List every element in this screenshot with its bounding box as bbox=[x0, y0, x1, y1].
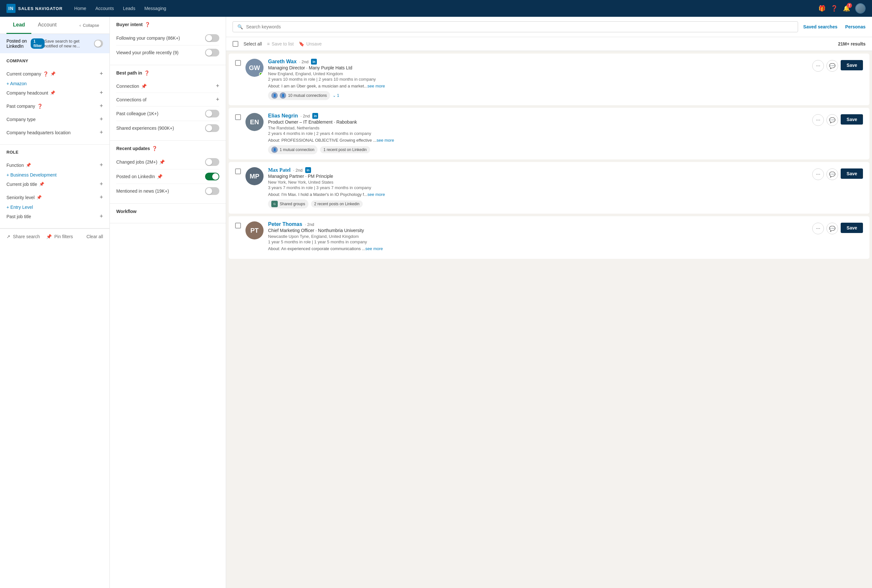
result-card: GW Gareth Wax · 2nd in Managing Director… bbox=[229, 54, 869, 105]
add-connections-of-icon[interactable]: + bbox=[216, 96, 219, 103]
tabs: Lead Account bbox=[6, 17, 63, 34]
save-button-3[interactable]: Save bbox=[841, 223, 863, 233]
add-icon: + bbox=[99, 70, 103, 77]
checkbox-box-3[interactable] bbox=[235, 223, 241, 228]
changed-jobs-toggle[interactable] bbox=[205, 158, 219, 166]
mutual-connection-tag-1[interactable]: 👤 1 mutual connection bbox=[268, 145, 317, 154]
clear-all-button[interactable]: Clear all bbox=[87, 234, 103, 239]
save-button-0[interactable]: Save bbox=[841, 60, 863, 70]
card-name-row-3: Peter Thomas · 2nd bbox=[268, 221, 808, 227]
checkbox-box-2[interactable] bbox=[235, 168, 241, 174]
card-checkbox-1[interactable] bbox=[235, 114, 241, 120]
see-more-0[interactable]: see more bbox=[368, 84, 385, 88]
gift-icon[interactable]: 🎁 bbox=[818, 5, 825, 12]
message-button-0[interactable]: 💬 bbox=[827, 60, 838, 72]
current-company-value[interactable]: + Amazon bbox=[6, 81, 103, 86]
message-button-1[interactable]: 💬 bbox=[827, 114, 838, 126]
seniority-filter[interactable]: Seniority level 📌 + bbox=[6, 191, 103, 204]
past-company-label: Past company ❓ bbox=[6, 104, 43, 109]
see-more-2[interactable]: see more bbox=[368, 192, 385, 197]
card-tags-2: G Shared groups 2 recent posts on Linked… bbox=[268, 200, 808, 208]
card-name-0[interactable]: Gareth Wax bbox=[268, 59, 296, 64]
more-options-button-3[interactable]: ··· bbox=[812, 223, 824, 234]
connection-filter: Connection 📌 + bbox=[116, 80, 219, 93]
linkedin-badge-1: in bbox=[312, 113, 318, 119]
result-card-3: PT Peter Thomas · 2nd Chief Marketing Of… bbox=[229, 216, 869, 259]
message-button-2[interactable]: 💬 bbox=[827, 168, 838, 180]
more-options-button-0[interactable]: ··· bbox=[812, 60, 824, 72]
header-links: Saved searches Personas bbox=[803, 24, 866, 29]
shared-groups-tag-2[interactable]: G Shared groups bbox=[268, 200, 308, 208]
posted-linkedin-label: Posted on LinkedIn 📌 bbox=[116, 174, 162, 179]
function-filter[interactable]: Function 📌 + bbox=[6, 159, 103, 172]
past-job-filter[interactable]: Past job title + bbox=[6, 210, 103, 223]
card-name-3[interactable]: Peter Thomas bbox=[268, 221, 302, 227]
save-button-1[interactable]: Save bbox=[841, 114, 863, 124]
changed-jobs-pin-icon: 📌 bbox=[159, 159, 165, 165]
buyer-intent-toggle-1[interactable] bbox=[205, 49, 219, 57]
mutual-connection-label-1: 1 mutual connection bbox=[280, 147, 314, 152]
card-name-2[interactable]: Max Patel bbox=[268, 167, 291, 173]
recent-posts-tag-2[interactable]: 2 recent posts on Linkedin bbox=[311, 200, 363, 207]
save-button-2[interactable]: Save bbox=[841, 168, 863, 179]
app-logo[interactable]: in SALES NAVIGATOR bbox=[6, 4, 63, 13]
shared-experiences-toggle[interactable] bbox=[205, 124, 219, 132]
select-all-label[interactable]: Select all bbox=[244, 41, 262, 46]
user-avatar[interactable] bbox=[855, 3, 866, 14]
workflow-title: Workflow bbox=[116, 209, 219, 214]
headquarters-filter[interactable]: Company headquarters location + bbox=[6, 126, 103, 139]
add-connection-icon[interactable]: + bbox=[216, 82, 219, 89]
past-company-filter[interactable]: Past company ❓ + bbox=[6, 99, 103, 112]
card-checkbox-0[interactable] bbox=[235, 60, 241, 66]
tab-account[interactable]: Account bbox=[31, 17, 63, 34]
card-checkbox-2[interactable] bbox=[235, 168, 241, 174]
share-search-button[interactable]: ↗ Share search bbox=[6, 234, 40, 239]
nav-messaging[interactable]: Messaging bbox=[140, 3, 170, 14]
posted-linkedin-toggle[interactable] bbox=[205, 172, 219, 180]
collapse-button[interactable]: ‹ Collapse bbox=[75, 21, 103, 30]
recent-post-tag-1[interactable]: 1 recent post on Linkedin bbox=[320, 146, 370, 153]
notification-icon[interactable]: 🔔 7 bbox=[843, 5, 850, 12]
see-more-3[interactable]: see more bbox=[365, 246, 383, 251]
search-box[interactable]: 🔍 bbox=[233, 21, 798, 32]
search-input[interactable] bbox=[246, 24, 793, 29]
past-colleague-toggle[interactable] bbox=[205, 110, 219, 117]
pin-filters-button[interactable]: 📌 Pin filters bbox=[46, 234, 73, 239]
company-type-filter[interactable]: Company type + bbox=[6, 112, 103, 126]
save-search-toggle[interactable] bbox=[94, 40, 103, 48]
nav-leads[interactable]: Leads bbox=[119, 3, 139, 14]
unsave-button[interactable]: 🔖 Unsave bbox=[299, 41, 321, 46]
mutual-count-0[interactable]: ⌄ 1 bbox=[333, 93, 339, 98]
card-actions-2: ··· 💬 Save bbox=[812, 168, 863, 180]
buyer-intent-item-1: Viewed your profile recently (9) bbox=[116, 45, 219, 60]
message-button-3[interactable]: 💬 bbox=[827, 223, 838, 234]
checkbox-box-0[interactable] bbox=[235, 60, 241, 66]
help-icon[interactable]: ❓ bbox=[831, 5, 838, 12]
card-name-1[interactable]: Elias Negrin bbox=[268, 113, 298, 119]
more-options-button-1[interactable]: ··· bbox=[812, 114, 824, 126]
more-options-button-2[interactable]: ··· bbox=[812, 168, 824, 180]
nav-accounts[interactable]: Accounts bbox=[92, 3, 118, 14]
changed-jobs-filter: Changed jobs (2M+) 📌 bbox=[116, 155, 219, 170]
card-checkbox-3[interactable] bbox=[235, 223, 241, 228]
function-value[interactable]: + Business Development bbox=[6, 172, 103, 177]
card-avatar-1: EN bbox=[245, 113, 263, 131]
buyer-intent-toggle-0[interactable] bbox=[205, 34, 219, 42]
seniority-value[interactable]: + Entry Level bbox=[6, 205, 103, 210]
results-toolbar: Select all ≡ Save to list 🔖 Unsave 21M+ … bbox=[226, 37, 872, 51]
degree-badge-3: · 2nd bbox=[305, 222, 314, 227]
headcount-label: Company headcount 📌 bbox=[6, 90, 55, 96]
saved-searches-link[interactable]: Saved searches bbox=[803, 24, 837, 29]
see-more-1[interactable]: see more bbox=[377, 138, 394, 142]
job-title-filter[interactable]: Current job title 📌 + bbox=[6, 177, 103, 191]
tab-lead[interactable]: Lead bbox=[6, 17, 31, 34]
current-company-filter[interactable]: Current company ❓ 📌 + bbox=[6, 67, 103, 80]
nav-home[interactable]: Home bbox=[71, 3, 90, 14]
personas-link[interactable]: Personas bbox=[845, 24, 866, 29]
checkbox-box-1[interactable] bbox=[235, 114, 241, 120]
company-headcount-filter[interactable]: Company headcount 📌 + bbox=[6, 86, 103, 99]
save-to-list-button[interactable]: ≡ Save to list bbox=[267, 41, 294, 46]
select-all-checkbox[interactable] bbox=[233, 41, 238, 47]
mutual-connections-tag-0[interactable]: 👤 👤 10 mutual connections bbox=[268, 91, 330, 100]
mentioned-news-toggle[interactable] bbox=[205, 187, 219, 195]
